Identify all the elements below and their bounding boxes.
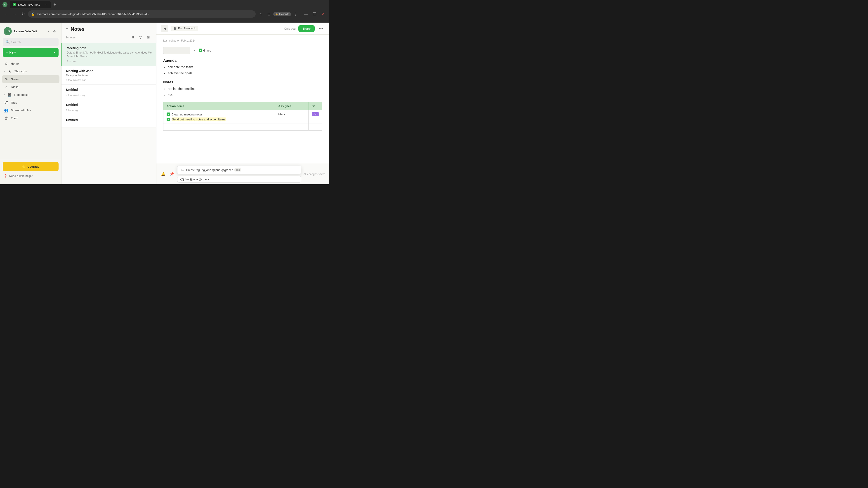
sidebar-item-shortcuts[interactable]: › ★ Shortcuts xyxy=(2,67,59,75)
tasks-icon: ✓ xyxy=(4,85,8,89)
sharing-text: Only you xyxy=(284,27,296,30)
app-container: LD Lauren Dale Deli ▾ ⚙ 🔍 Search + New ▾… xyxy=(0,23,329,184)
search-bar[interactable]: 🔍 Search xyxy=(3,38,59,46)
tab-close-button[interactable]: × xyxy=(44,2,48,6)
sidebar-item-notes[interactable]: ✎ Notes xyxy=(2,75,59,83)
incognito-icon: 🕵 xyxy=(275,13,278,15)
sidebar-item-label-home: Home xyxy=(11,62,19,65)
pin-button[interactable]: 📌 xyxy=(168,171,175,177)
sidebar-toggle-button[interactable]: ⊡ xyxy=(265,10,272,18)
shared-icon: 👥 xyxy=(4,108,8,112)
note-item-title: Meeting with Jane xyxy=(66,69,152,73)
profile-button[interactable]: L xyxy=(2,1,8,8)
window-minimize-button[interactable]: — xyxy=(303,10,310,18)
note-item-untitled-2[interactable]: Untitled 9 hours ago xyxy=(61,100,156,115)
tab-bar: L E Notes - Evernote × + xyxy=(0,0,329,9)
note-item-meeting-note[interactable]: Meeting note Date & Time 8 AM- 9 AM Goal… xyxy=(61,43,156,66)
editor-more-button[interactable]: ••• xyxy=(317,25,324,32)
shortcuts-expand-icon: › xyxy=(4,70,5,72)
note-item-untitled-3[interactable]: Untitled xyxy=(61,115,156,127)
note-item-preview: Date & Time 8 AM- 9 AM Goal To delegate … xyxy=(67,51,152,59)
sort-button[interactable]: ⇅ xyxy=(129,34,136,41)
sidebar-item-tags[interactable]: 🏷 Tags xyxy=(2,99,59,106)
sidebar-item-home[interactable]: ⌂ Home xyxy=(2,60,59,67)
new-button-chevron-icon: ▾ xyxy=(54,51,55,54)
table-row-empty xyxy=(163,124,322,131)
bookmark-button[interactable]: ☆ xyxy=(257,10,264,18)
search-placeholder: Search xyxy=(11,40,21,44)
sidebar-item-label-tags: Tags xyxy=(11,101,17,104)
help-text: Need a little help? xyxy=(9,174,33,177)
window-close-button[interactable]: ✕ xyxy=(320,10,327,18)
task-text-2: Send out meeting notes and action items xyxy=(172,118,226,121)
share-button[interactable]: Share xyxy=(298,25,315,32)
upgrade-button[interactable]: ⭐ Upgrade xyxy=(3,162,59,171)
changes-saved-text: All changes saved xyxy=(304,173,326,176)
tag-input[interactable] xyxy=(177,176,301,183)
content-area: • ✕ Grace Agenda delegate the tasks achi… xyxy=(163,47,322,131)
window-maximize-button[interactable]: ❐ xyxy=(311,10,318,18)
browser-actions: ☆ ⊡ 🕵 Incognito ⋮ xyxy=(257,10,299,18)
tab-title: Notes - Evernote xyxy=(18,3,40,6)
sidebar-item-trash[interactable]: 🗑 Trash xyxy=(2,114,59,122)
notes-actions: ⇅ ▽ ⊞ xyxy=(129,34,152,41)
sidebar-item-shared[interactable]: 👥 Shared with Me xyxy=(2,106,59,114)
sidebar: LD Lauren Dale Deli ▾ ⚙ 🔍 Search + New ▾… xyxy=(0,23,61,184)
create-tag-popup[interactable]: 🏷 Create tag "@john @jane @grace" Tab xyxy=(177,166,301,174)
note-item-time: a few minutes ago xyxy=(66,78,152,81)
incognito-label: Incognito xyxy=(279,13,289,15)
notes-count: 9 notes xyxy=(66,36,76,39)
note-item-title: Untitled xyxy=(66,118,152,122)
task-check-icon-1: ✕ xyxy=(166,112,170,116)
address-bar[interactable]: 🔒 evernote.com/client/web?login=true#/no… xyxy=(28,10,256,18)
sidebar-item-notebooks[interactable]: › 📓 Notebooks xyxy=(2,91,59,99)
note-item-title: Untitled xyxy=(66,103,152,107)
editor-footer: 🔔 📌 🏷 Create tag "@john @jane @grace" Ta… xyxy=(156,164,329,184)
notes-icon: ✎ xyxy=(4,77,8,81)
action-items-table: Action Items Assignee St ✕ Clean up meet… xyxy=(163,102,322,131)
notebook-badge[interactable]: 📓 First Notebook xyxy=(171,26,198,31)
view-toggle-button[interactable]: ⊞ xyxy=(145,34,152,41)
search-icon: 🔍 xyxy=(6,40,9,44)
attendee-empty-box xyxy=(163,47,190,54)
user-dropdown-icon[interactable]: ▾ xyxy=(48,30,49,33)
agenda-list: delegate the tasks achieve the goals xyxy=(163,65,322,76)
note-editor: ◀ 📓 First Notebook Only you Share ••• La… xyxy=(156,23,329,184)
sidebar-item-label-trash: Trash xyxy=(11,117,18,120)
editor-collapse-button[interactable]: ◀ xyxy=(161,25,168,32)
forward-button[interactable]: → xyxy=(11,10,18,18)
table-cell-status-empty xyxy=(308,124,322,131)
notes-item-1: remind the deadline xyxy=(168,87,322,91)
table-cell-assignee-empty xyxy=(275,124,309,131)
editor-content[interactable]: Last edited on Feb 1, 2024 • ✕ Grace Age… xyxy=(156,35,329,164)
reminder-button[interactable]: 🔔 xyxy=(160,171,166,177)
help-icon: ❓ xyxy=(4,174,7,177)
avatar: LD xyxy=(4,27,12,35)
shortcuts-icon: ★ xyxy=(7,69,12,73)
upgrade-icon: ⭐ xyxy=(22,165,26,168)
filter-button[interactable]: ▽ xyxy=(137,34,144,41)
home-icon: ⌂ xyxy=(4,61,8,66)
notebooks-expand-icon: › xyxy=(4,94,5,96)
note-item-meeting-jane[interactable]: Meeting with Jane Delegate the tasks a f… xyxy=(61,66,156,85)
reload-button[interactable]: ↻ xyxy=(20,10,27,18)
back-button[interactable]: ← xyxy=(2,10,9,18)
bullet-point: • xyxy=(194,48,195,52)
note-item-untitled-1[interactable]: Untitled a few minutes ago xyxy=(61,85,156,100)
last-edited-text: Last edited on Feb 1, 2024 xyxy=(163,39,322,42)
settings-button[interactable]: ⚙ xyxy=(51,28,58,34)
new-button[interactable]: + New ▾ xyxy=(3,48,59,57)
new-button-label: New xyxy=(9,51,16,54)
new-button-plus-icon: + xyxy=(6,51,8,55)
help-link[interactable]: ❓ Need a little help? xyxy=(3,173,59,179)
new-tab-button[interactable]: + xyxy=(52,1,58,8)
attendee-name: Grace xyxy=(203,49,211,52)
tab-badge: Tab xyxy=(235,168,241,171)
chrome-more-button[interactable]: ⋮ xyxy=(292,10,299,18)
address-text: evernote.com/client/web?login=true#/note… xyxy=(37,12,252,16)
active-tab[interactable]: E Notes - Evernote × xyxy=(10,1,51,8)
sidebar-item-label-notes: Notes xyxy=(11,77,19,81)
sidebar-item-tasks[interactable]: ✓ Tasks xyxy=(2,83,59,91)
note-item-time: Just now xyxy=(67,60,152,63)
notebooks-icon: 📓 xyxy=(7,93,12,97)
